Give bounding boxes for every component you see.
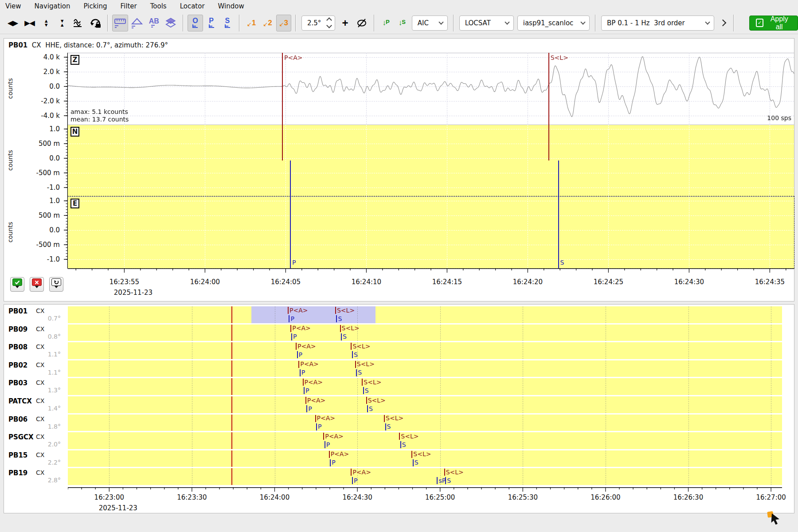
auto-pick-tick[interactable] (351, 343, 352, 350)
compress-vertical-button[interactable]: ▼▲ (55, 15, 70, 31)
gridline-vertical (192, 396, 192, 413)
pick-s-mode-button[interactable]: ↓S (395, 15, 410, 31)
auto-pick-tick[interactable] (323, 433, 324, 440)
auto-pick-tick[interactable] (362, 379, 363, 386)
trace-row-PB08[interactable]: P<A>S<L>PS (68, 342, 782, 359)
menu-tools[interactable]: Tools (150, 2, 167, 10)
locator-profile-select[interactable]: iasp91_scanloc (517, 16, 590, 31)
manual-pick-tick[interactable] (306, 405, 307, 412)
trace-row-PATCX[interactable]: P<A>S<L>PS (68, 396, 782, 413)
auto-pick-tick[interactable] (399, 433, 400, 440)
gridline-vertical (440, 450, 441, 467)
trace-row-PB01[interactable]: P<A>S<L>PS (68, 306, 782, 323)
menu-locator[interactable]: Locator (180, 2, 205, 10)
manual-pick-tick[interactable] (304, 387, 305, 394)
auto-pick-tick[interactable] (290, 325, 291, 332)
manual-pick-tick[interactable] (367, 405, 368, 412)
trace-row-PSGCX[interactable]: P<A>S<L>PS (68, 432, 782, 449)
manual-pick-tick[interactable] (297, 351, 298, 358)
auto-pick-tick[interactable] (340, 325, 341, 332)
auto-pick-line[interactable] (282, 53, 283, 160)
reject-pick-button[interactable] (30, 277, 44, 292)
manual-pick-line[interactable] (558, 160, 559, 268)
triangle-tool-button[interactable] (129, 15, 145, 31)
auto-pick-tick[interactable] (444, 469, 445, 476)
manual-pick-tick[interactable] (400, 441, 401, 448)
hide-traces-button[interactable] (354, 15, 370, 31)
trace-row-PB02[interactable]: P<A>S<L>PS (68, 360, 782, 377)
manual-pick-tick[interactable] (316, 423, 317, 430)
trace-area-N[interactable] (68, 125, 794, 196)
trace-row-PB03[interactable]: P<A>S<L>PS (68, 378, 782, 395)
component-1-button[interactable]: ↙1 (244, 15, 259, 31)
waveform-z[interactable] (68, 53, 794, 125)
manual-pick-tick[interactable] (385, 423, 386, 430)
auto-pick-tick[interactable] (305, 397, 306, 404)
trace-row-PB06[interactable]: P<A>S<L>PS (68, 415, 782, 431)
pick-p-mode-button[interactable]: ↓P (379, 15, 394, 31)
auto-pick-tick[interactable] (351, 469, 352, 476)
stack-traces-button[interactable] (163, 15, 179, 31)
menu-navigation[interactable]: Navigation (35, 2, 70, 10)
distance-spinbox[interactable]: 2.5° (301, 16, 335, 31)
trace-row-PB19[interactable]: P<A>S<L>PsPS (68, 468, 782, 485)
auto-pick-tick[interactable] (298, 361, 299, 368)
manual-pick-tick[interactable] (325, 441, 325, 448)
confirm-pick-button[interactable] (10, 277, 24, 292)
auto-pick-tick[interactable] (296, 343, 297, 350)
auto-pick-tick[interactable] (303, 379, 304, 386)
show-origin-picks-button[interactable]: O (188, 15, 203, 31)
auto-pick-tick[interactable] (315, 415, 316, 422)
manual-pick-tick[interactable] (363, 387, 364, 394)
spin-up-icon[interactable] (326, 17, 332, 23)
auto-pick-label: S<L> (352, 343, 370, 350)
menu-window[interactable]: Window (218, 2, 244, 10)
add-station-button[interactable]: + (337, 15, 352, 31)
picker-algorithm-select[interactable]: AIC (412, 16, 448, 31)
manual-pick-tick[interactable] (300, 369, 301, 376)
view-window-selection[interactable] (251, 306, 376, 323)
component-3-button[interactable]: ↙3 (276, 15, 291, 31)
manual-pick-tick[interactable] (437, 477, 438, 484)
compress-horizontal-button[interactable]: ▶◀ (22, 15, 38, 31)
auto-pick-tick[interactable] (355, 361, 356, 368)
auto-pick-line[interactable] (548, 53, 549, 160)
manual-pick-tick[interactable] (289, 315, 289, 322)
toolbar-overflow-button[interactable] (716, 15, 729, 31)
manual-pick-tick[interactable] (330, 459, 331, 466)
menu-filter[interactable]: Filter (121, 2, 137, 10)
locator-select[interactable]: LOCSAT (459, 16, 514, 31)
menu-picking[interactable]: Picking (84, 2, 107, 10)
expand-vertical-button[interactable]: ▲▼ (39, 15, 54, 31)
manual-pick-tick[interactable] (352, 351, 353, 358)
component-2-button[interactable]: ↙2 (260, 15, 275, 31)
auto-pick-tick[interactable] (329, 451, 330, 458)
auto-pick-tick[interactable] (384, 415, 385, 422)
manual-pick-line[interactable] (290, 160, 291, 268)
apply-all-button[interactable]: ✓ Apply all (749, 16, 798, 31)
filter-select[interactable]: BP 0.1 - 1 Hz 3rd order (601, 16, 714, 31)
auto-pick-tick[interactable] (288, 307, 289, 314)
auto-pick-tick[interactable] (411, 451, 412, 458)
expand-horizontal-button[interactable]: ◀▶ (5, 15, 21, 31)
spin-down-icon[interactable] (326, 23, 332, 28)
auto-pick-tick[interactable] (335, 307, 336, 314)
trace-row-PB09[interactable]: P<A>S<L>PS (68, 325, 782, 341)
revert-pick-button[interactable] (49, 277, 63, 292)
menu-view[interactable]: View (5, 2, 21, 10)
manual-pick-tick[interactable] (413, 459, 414, 466)
manual-pick-tick[interactable] (352, 477, 353, 484)
manual-pick-tick[interactable] (336, 315, 337, 322)
auto-pick-tick[interactable] (366, 397, 367, 404)
spinbox-arrows[interactable] (327, 18, 331, 27)
manual-pick-tick[interactable] (341, 333, 342, 340)
trace-row-PB15[interactable]: P<A>S<L>PS (68, 450, 782, 467)
show-p-picks-button[interactable]: P (204, 15, 219, 31)
manual-pick-tick[interactable] (291, 333, 292, 340)
manual-pick-tick[interactable] (356, 369, 357, 376)
amplitude-ab-button[interactable]: AB (146, 15, 162, 31)
waveform-normalize-button[interactable] (70, 15, 86, 31)
lock-rotation-button[interactable] (87, 15, 103, 31)
ruler-tool-button[interactable] (112, 15, 128, 31)
show-s-picks-button[interactable]: S (220, 15, 235, 31)
